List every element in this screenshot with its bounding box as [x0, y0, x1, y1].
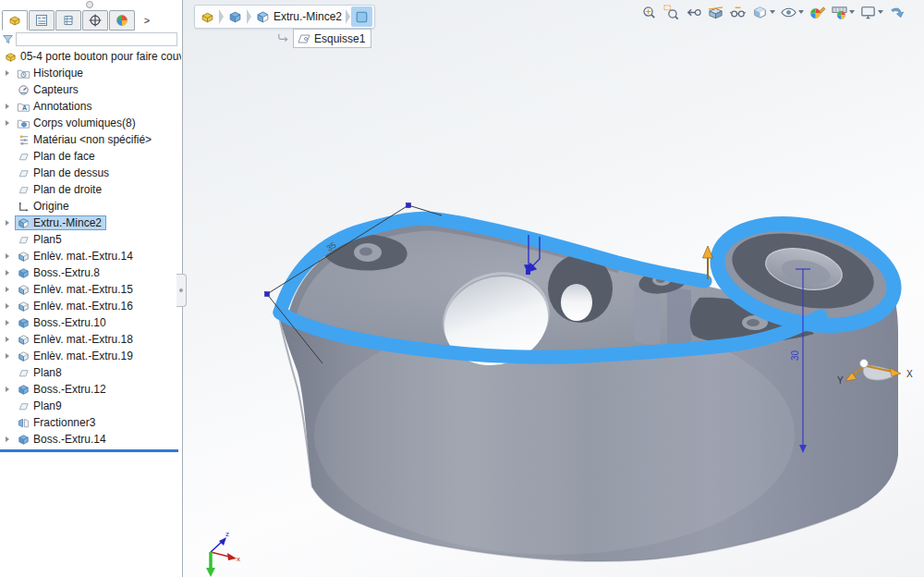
tree-item-label: Boss.-Extru.10: [33, 316, 106, 329]
zoom-fit-icon: [640, 4, 658, 21]
tree-item[interactable]: Corps volumiques(8): [0, 115, 181, 131]
expand-arrow-icon[interactable]: [0, 120, 15, 126]
heads-up-toolbar: [640, 2, 924, 22]
section-view-button[interactable]: [707, 4, 724, 21]
collapse-toolbar-icon: [888, 4, 906, 21]
tree-item[interactable]: Enlèv. mat.-Extru.15: [0, 281, 181, 298]
breadcrumb-segment-feature[interactable]: Extru.-Mince2: [252, 6, 345, 27]
view-settings-icon: [859, 4, 877, 21]
sketch-callout-label: Esquisse1: [314, 32, 365, 45]
panel-splitter-handle[interactable]: [176, 274, 187, 307]
zoom-to-fit-button[interactable]: [640, 4, 658, 21]
panel-tab-propertymanager[interactable]: [29, 10, 55, 31]
tree-item[interactable]: Boss.-Extru.14: [0, 431, 181, 448]
breadcrumb-separator: [219, 9, 224, 24]
tree-item[interactable]: Boss.-Extru.10: [0, 314, 181, 331]
hide-show-items-button[interactable]: [780, 4, 804, 21]
sketch-callout-button[interactable]: Esquisse1: [293, 29, 371, 48]
breadcrumb-segment-part[interactable]: [197, 6, 218, 27]
panel-tab-featuremanager[interactable]: [2, 10, 28, 31]
model-body[interactable]: [278, 209, 904, 561]
plane-icon: [17, 166, 30, 180]
tree-item[interactable]: Extru.-Mince2: [0, 215, 181, 231]
tree-item[interactable]: Boss.-Extru.12: [0, 381, 181, 398]
sketch-icon: [297, 31, 311, 46]
tab-config-icon: [61, 13, 76, 28]
expand-arrow-icon[interactable]: [0, 320, 15, 325]
callout-arrow-icon: [276, 31, 290, 45]
filter-funnel-icon: [2, 33, 14, 45]
panel-tab-configurationmanager[interactable]: [55, 10, 81, 31]
model-counterbore-hole[interactable]: [561, 284, 592, 321]
tree-item[interactable]: Boss.-Extru.8: [0, 264, 181, 281]
tree-item-label: Boss.-Extru.12: [33, 383, 106, 396]
expand-arrow-icon[interactable]: [0, 303, 15, 309]
expand-arrow-icon[interactable]: [0, 70, 15, 76]
triad-x-label: X: [906, 369, 913, 379]
apply-scene-icon: [831, 4, 848, 21]
cut-icon: [17, 333, 30, 347]
panel-tab-displaymanager[interactable]: [109, 10, 135, 31]
tree-item-label: Plan de droite: [33, 183, 102, 196]
feature-tree: 05-4 porte bouton pour faire couvercle d…: [0, 48, 181, 448]
expand-arrow-icon[interactable]: [0, 337, 15, 342]
tree-item[interactable]: Fractionner3: [0, 414, 181, 431]
tree-item-label: Extru.-Mince2: [33, 216, 102, 229]
dim-30-value: 30: [790, 350, 800, 361]
tree-item[interactable]: Plan de dessus: [0, 165, 181, 181]
tree-item[interactable]: Origine: [0, 198, 181, 215]
sketch-callout: Esquisse1: [276, 29, 371, 48]
view-settings-button[interactable]: [859, 4, 883, 21]
tree-item[interactable]: Plan de droite: [0, 181, 181, 198]
expand-arrow-icon[interactable]: [0, 287, 15, 292]
dropdown-caret-icon[interactable]: [798, 10, 804, 14]
expand-arrow-icon[interactable]: [0, 253, 15, 259]
tree-item[interactable]: Plan5: [0, 231, 181, 248]
tree-item[interactable]: AAnnotations: [0, 98, 181, 115]
dropdown-caret-icon[interactable]: [849, 10, 855, 14]
part-icon: [7, 13, 22, 28]
expand-arrow-icon[interactable]: [0, 353, 15, 359]
expand-arrow-icon[interactable]: [0, 436, 15, 442]
expand-arrow-icon[interactable]: [0, 387, 15, 392]
section-view-icon: [707, 4, 724, 21]
origin-z-label: z: [225, 530, 229, 538]
tree-item[interactable]: Enlèv. mat.-Extru.19: [0, 348, 181, 364]
tree-item[interactable]: Plan9: [0, 398, 181, 414]
panel-collapse-handle[interactable]: [86, 1, 93, 8]
collapse-toolbar-button[interactable]: [888, 4, 906, 21]
breadcrumb-segment-sketch[interactable]: [351, 6, 372, 27]
expand-arrow-icon[interactable]: [0, 270, 15, 276]
tree-item[interactable]: Historique: [0, 65, 181, 81]
previous-view-button[interactable]: [685, 4, 702, 21]
edit-appearance-button[interactable]: [808, 4, 826, 21]
dropdown-caret-icon[interactable]: [770, 10, 775, 14]
tree-item[interactable]: 05-4 porte bouton pour faire couvercle d: [0, 48, 181, 65]
plane-icon: [17, 366, 30, 380]
tree-item[interactable]: Plan de face: [0, 148, 181, 165]
annotation-views-icon: [729, 4, 747, 21]
apply-scene-button[interactable]: [831, 4, 855, 21]
edit-appearance-icon: [808, 4, 826, 21]
breadcrumb-segment-body[interactable]: [225, 6, 246, 27]
expand-arrow-icon[interactable]: [0, 104, 15, 109]
history-icon: [17, 67, 30, 80]
material-icon: [17, 133, 30, 147]
tab-overflow-arrow[interactable]: >: [140, 10, 153, 31]
annotation-views-button[interactable]: [729, 4, 747, 21]
tree-item[interactable]: Plan8: [0, 364, 181, 381]
dropdown-caret-icon[interactable]: [878, 10, 883, 14]
tree-item-label: Annotations: [33, 100, 91, 113]
rollback-bar[interactable]: [0, 449, 178, 452]
breadcrumb: Extru.-Mince2: [194, 5, 375, 29]
expand-arrow-icon[interactable]: [0, 220, 15, 226]
tree-filter-input[interactable]: [16, 32, 177, 46]
tree-item[interactable]: Enlèv. mat.-Extru.16: [0, 298, 181, 314]
tree-item[interactable]: Capteurs: [0, 81, 181, 98]
panel-tab-dimxpertmanager[interactable]: [82, 10, 108, 31]
tree-item[interactable]: Matériau <non spécifié>: [0, 131, 181, 148]
view-orientation-button[interactable]: [751, 4, 775, 21]
tree-item[interactable]: Enlèv. mat.-Extru.14: [0, 248, 181, 264]
tree-item[interactable]: Enlèv. mat.-Extru.18: [0, 331, 181, 348]
zoom-to-area-button[interactable]: [663, 4, 680, 21]
